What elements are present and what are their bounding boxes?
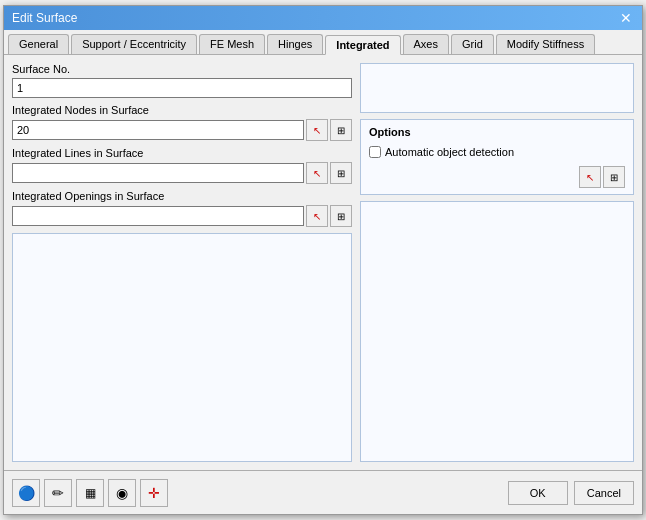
toolbar-right: OK Cancel — [508, 481, 634, 505]
select-icon — [313, 168, 321, 179]
toolbar-left: 🔵 ✏ ▦ ◉ ✛ — [12, 479, 168, 507]
surface-no-label: Surface No. — [12, 63, 352, 75]
left-empty-area — [12, 233, 352, 462]
integrated-openings-label: Integrated Openings in Surface — [12, 190, 352, 202]
options-icon-row — [369, 166, 625, 188]
auto-detect-row: Automatic object detection — [369, 146, 625, 158]
tab-hinges[interactable]: Hinges — [267, 34, 323, 54]
table-icon — [337, 168, 345, 179]
integrated-nodes-table-button[interactable] — [330, 119, 352, 141]
bottom-toolbar: 🔵 ✏ ▦ ◉ ✛ OK Cancel — [4, 470, 642, 514]
tab-support-eccentricity[interactable]: Support / Eccentricity — [71, 34, 197, 54]
left-panel: Surface No. Integrated Nodes in Surface — [12, 63, 352, 462]
close-button[interactable]: ✕ — [618, 11, 634, 25]
tab-general[interactable]: General — [8, 34, 69, 54]
integrated-nodes-label: Integrated Nodes in Surface — [12, 104, 352, 116]
tab-fe-mesh[interactable]: FE Mesh — [199, 34, 265, 54]
dialog-title: Edit Surface — [12, 11, 77, 25]
table-icon: ▦ — [85, 486, 96, 500]
tab-grid[interactable]: Grid — [451, 34, 494, 54]
toolbar-info-button[interactable]: 🔵 — [12, 479, 40, 507]
options-select-button[interactable] — [579, 166, 601, 188]
toolbar-table-button[interactable]: ▦ — [76, 479, 104, 507]
right-top-empty — [360, 63, 634, 113]
toolbar-pick-button[interactable]: ✛ — [140, 479, 168, 507]
integrated-lines-select-button[interactable] — [306, 162, 328, 184]
edit-icon: ✏ — [52, 485, 64, 501]
integrated-lines-input[interactable] — [12, 163, 304, 183]
pick-icon: ✛ — [148, 485, 160, 501]
table-icon — [337, 211, 345, 222]
surface-no-input[interactable] — [12, 78, 352, 98]
integrated-openings-group: Integrated Openings in Surface — [12, 190, 352, 227]
select-icon — [313, 211, 321, 222]
integrated-lines-group: Integrated Lines in Surface — [12, 147, 352, 184]
right-empty-area — [360, 201, 634, 462]
table-icon — [610, 172, 618, 183]
integrated-nodes-input[interactable] — [12, 120, 304, 140]
integrated-lines-table-button[interactable] — [330, 162, 352, 184]
integrated-nodes-row — [12, 119, 352, 141]
title-bar: Edit Surface ✕ — [4, 6, 642, 30]
tab-bar: General Support / Eccentricity FE Mesh H… — [4, 30, 642, 55]
toolbar-view-button[interactable]: ◉ — [108, 479, 136, 507]
select-icon — [313, 125, 321, 136]
integrated-nodes-select-button[interactable] — [306, 119, 328, 141]
integrated-lines-row — [12, 162, 352, 184]
toolbar-edit-button[interactable]: ✏ — [44, 479, 72, 507]
select-icon — [586, 172, 594, 183]
edit-surface-dialog: Edit Surface ✕ General Support / Eccentr… — [3, 5, 643, 515]
table-icon — [337, 125, 345, 136]
tab-axes[interactable]: Axes — [403, 34, 449, 54]
cancel-button[interactable]: Cancel — [574, 481, 634, 505]
integrated-openings-row — [12, 205, 352, 227]
dialog-content: Surface No. Integrated Nodes in Surface — [4, 55, 642, 470]
auto-detect-label: Automatic object detection — [385, 146, 514, 158]
integrated-openings-select-button[interactable] — [306, 205, 328, 227]
integrated-nodes-group: Integrated Nodes in Surface — [12, 104, 352, 141]
info-icon: 🔵 — [18, 485, 35, 501]
options-table-button[interactable] — [603, 166, 625, 188]
tab-modify-stiffness[interactable]: Modify Stiffness — [496, 34, 595, 54]
surface-no-group: Surface No. — [12, 63, 352, 98]
auto-detect-checkbox[interactable] — [369, 146, 381, 158]
ok-button[interactable]: OK — [508, 481, 568, 505]
integrated-openings-input[interactable] — [12, 206, 304, 226]
options-title: Options — [369, 126, 625, 138]
right-panel: Options Automatic object detection — [360, 63, 634, 462]
options-panel: Options Automatic object detection — [360, 119, 634, 195]
integrated-openings-table-button[interactable] — [330, 205, 352, 227]
integrated-lines-label: Integrated Lines in Surface — [12, 147, 352, 159]
tab-integrated[interactable]: Integrated — [325, 35, 400, 55]
view-icon: ◉ — [116, 485, 128, 501]
